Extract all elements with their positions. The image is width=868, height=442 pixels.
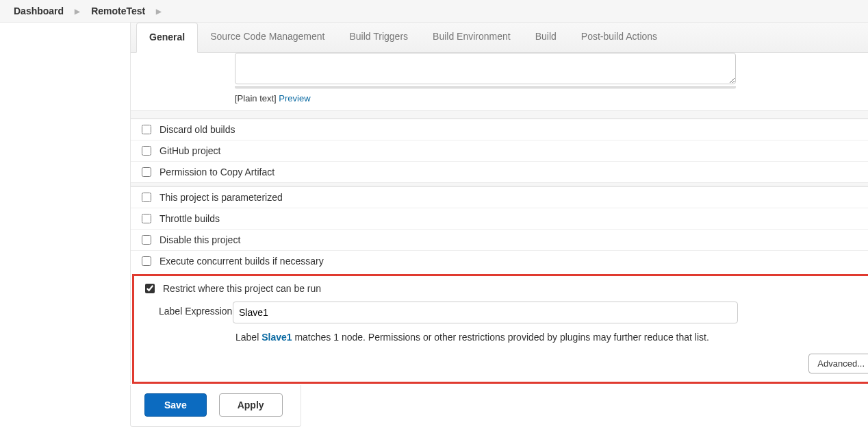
hint-suffix: matches 1 node. Permissions or other res… xyxy=(292,332,709,343)
parameterized-label: This project is parameterized xyxy=(159,192,283,203)
discard-old-builds-label: Discard old builds xyxy=(159,124,235,135)
throttle-builds-checkbox[interactable] xyxy=(142,214,151,223)
disable-project-label: Disable this project xyxy=(159,234,240,245)
option-throttle-builds: Throttle builds ? xyxy=(131,208,868,229)
label-expression-label: Label Expression xyxy=(159,302,233,317)
label-expression-row: Label Expression ? xyxy=(134,299,868,326)
github-project-checkbox[interactable] xyxy=(142,146,151,156)
copy-artifact-label: Permission to Copy Artifact xyxy=(159,167,275,177)
chevron-right-icon: ▶ xyxy=(75,8,80,15)
description-textarea[interactable] xyxy=(235,53,736,84)
restrict-run-label: Restrict where this project can be run xyxy=(163,283,321,294)
tab-build-environment[interactable]: Build Environment xyxy=(420,23,523,52)
throttle-builds-label: Throttle builds xyxy=(159,213,220,224)
apply-button[interactable]: Apply xyxy=(219,393,283,417)
save-button[interactable]: Save xyxy=(144,393,207,417)
option-concurrent-builds: Execute concurrent builds if necessary ? xyxy=(131,250,868,271)
option-restrict-run: Restrict where this project can be run ? xyxy=(134,276,868,299)
breadcrumb-project[interactable]: RemoteTest xyxy=(91,5,145,16)
tab-post-build[interactable]: Post-build Actions xyxy=(569,23,669,52)
config-tabs: General Source Code Management Build Tri… xyxy=(131,23,868,53)
advanced-button[interactable]: Advanced... xyxy=(808,354,868,373)
tab-build[interactable]: Build xyxy=(523,23,569,52)
config-panel: General Source Code Management Build Tri… xyxy=(130,23,868,384)
tab-scm[interactable]: Source Code Management xyxy=(198,23,337,52)
option-disable-project: Disable this project ? xyxy=(131,229,868,250)
option-discard-old-builds: Discard old builds ? xyxy=(131,119,868,140)
textarea-shadow xyxy=(235,86,736,89)
form-footer: Save Apply xyxy=(130,385,301,427)
parameterized-checkbox[interactable] xyxy=(142,193,151,202)
preview-link[interactable]: Preview xyxy=(279,93,310,103)
hint-prefix: Label xyxy=(235,332,261,343)
github-project-label: GitHub project xyxy=(159,145,220,156)
breadcrumb: Dashboard ▶ RemoteTest ▶ xyxy=(0,0,868,23)
copy-artifact-checkbox[interactable] xyxy=(142,167,151,177)
tab-build-triggers[interactable]: Build Triggers xyxy=(337,23,420,52)
tab-general[interactable]: General xyxy=(136,23,198,53)
section-divider xyxy=(131,110,868,119)
disable-project-checkbox[interactable] xyxy=(142,235,151,245)
plain-text-label: [Plain text] xyxy=(235,93,277,103)
chevron-right-icon: ▶ xyxy=(156,8,162,15)
concurrent-builds-label: Execute concurrent builds if necessary xyxy=(159,256,324,267)
restrict-run-checkbox[interactable] xyxy=(145,284,155,293)
option-github-project: GitHub project xyxy=(131,140,868,161)
option-copy-artifact: Permission to Copy Artifact xyxy=(131,161,868,182)
label-link[interactable]: Slave1 xyxy=(261,332,292,343)
concurrent-builds-checkbox[interactable] xyxy=(142,256,151,266)
label-expression-hint: Label Slave1 matches 1 node. Permissions… xyxy=(134,326,868,343)
label-expression-input[interactable] xyxy=(233,302,738,323)
breadcrumb-dashboard[interactable]: Dashboard xyxy=(14,5,64,16)
discard-old-builds-checkbox[interactable] xyxy=(142,125,151,134)
option-parameterized: This project is parameterized ? xyxy=(131,186,868,208)
restrict-section-highlight: Restrict where this project can be run ?… xyxy=(132,274,868,384)
